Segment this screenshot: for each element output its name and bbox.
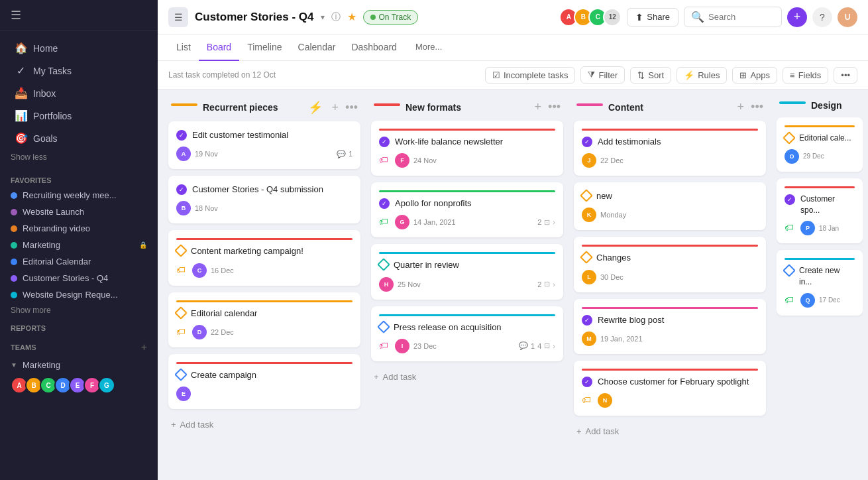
- card-rewrite-blog[interactable]: Rewrite blog post M 19 Jan, 2021: [574, 299, 766, 354]
- status-badge[interactable]: On Track: [363, 10, 419, 25]
- card-add-testimonials[interactable]: Add testimonials J 22 Dec: [574, 121, 766, 176]
- sidebar-item-inbox[interactable]: 📥 Inbox: [4, 82, 154, 104]
- sidebar-label-mytasks: My Tasks: [33, 66, 72, 76]
- card-quarter-review[interactable]: Quarter in review H 25 Nov 2 ⊡ ›: [371, 244, 563, 299]
- hamburger-icon[interactable]: ☰: [11, 8, 21, 23]
- subtask-count: 2: [537, 218, 541, 226]
- card-edit-testimonial[interactable]: Edit customer testimonial A 19 Nov 💬 1: [168, 121, 360, 169]
- task-check-diamond[interactable]: [783, 264, 796, 277]
- card-apollo[interactable]: Apollo for nonprofits 🏷 G 14 Jan, 2021 2…: [371, 182, 563, 237]
- more-tabs-button[interactable]: More...: [407, 34, 450, 61]
- show-less-link[interactable]: Show less: [0, 150, 158, 164]
- add-team-button[interactable]: +: [141, 341, 147, 353]
- add-card-new-formats[interactable]: + Add task: [371, 368, 563, 386]
- sidebar-item-recruiting[interactable]: Recruiting weekly mee...: [0, 187, 158, 204]
- column-plus-button[interactable]: +: [735, 100, 747, 114]
- task-check-diamond[interactable]: [783, 131, 796, 145]
- sidebar-item-marketing[interactable]: Marketing 🔒: [0, 237, 158, 253]
- tag-icon: 🏷: [379, 216, 391, 228]
- sidebar-item-rebranding[interactable]: Rebranding video: [0, 220, 158, 237]
- filter-button[interactable]: ⧩ Filter: [580, 66, 625, 84]
- task-check-diamond[interactable]: [174, 306, 188, 320]
- card-customer-spo[interactable]: Customer spo... 🏷 P 18 Jan: [777, 178, 863, 244]
- card-create-new-in[interactable]: Create new in... 🏷 Q 17 Dec: [777, 250, 863, 316]
- more-options-button[interactable]: •••: [834, 67, 857, 84]
- rules-button[interactable]: ⚡ Rules: [677, 67, 727, 84]
- column-more-button[interactable]: •••: [548, 100, 561, 114]
- task-check-done[interactable]: [785, 194, 795, 205]
- task-check-done[interactable]: [379, 137, 390, 147]
- tab-calendar[interactable]: Calendar: [290, 34, 344, 61]
- sidebar-item-editorial[interactable]: Editorial Calendar: [0, 253, 158, 270]
- column-more-button[interactable]: •••: [345, 101, 358, 115]
- avatar-count: 12: [603, 8, 622, 27]
- add-card-content[interactable]: + Add task: [574, 422, 766, 440]
- sidebar-item-website-launch[interactable]: Website Launch: [0, 204, 158, 220]
- task-check-done[interactable]: [582, 377, 592, 387]
- tag-icon: 🏷: [379, 154, 391, 166]
- sidebar-item-website-design[interactable]: Website Design Reque...: [0, 286, 158, 303]
- sidebar-item-home[interactable]: 🏠 Home: [4, 37, 154, 59]
- tag-icon: 🏷: [785, 294, 796, 306]
- card-content-campaign[interactable]: Content marketing campaign! 🏷 C 16 Dec: [168, 230, 360, 285]
- star-icon[interactable]: ★: [347, 11, 356, 23]
- tab-list[interactable]: List: [168, 34, 199, 61]
- add-card-recurrent[interactable]: + Add task: [168, 416, 360, 434]
- card-q4-submission[interactable]: Customer Stories - Q4 submission B 18 No…: [168, 176, 360, 223]
- task-check-diamond[interactable]: [377, 320, 390, 333]
- card-worklife-newsletter[interactable]: Work-life balance newsletter 🏷 F 24 Nov: [371, 121, 563, 176]
- task-check-diamond[interactable]: [377, 258, 390, 271]
- card-editorial-calendar[interactable]: Editorial calendar 🏷 D 22 Dec: [168, 292, 360, 347]
- search-input[interactable]: [708, 12, 775, 22]
- card-press-release[interactable]: Press release on acquisition 🏷 I 23 Dec …: [371, 306, 563, 361]
- show-more-link[interactable]: Show more: [0, 303, 158, 318]
- task-check-done[interactable]: [582, 137, 592, 147]
- sidebar-item-mytasks[interactable]: ✓ My Tasks: [4, 60, 154, 82]
- task-check-done[interactable]: [176, 130, 187, 141]
- column-plus-button[interactable]: +: [329, 101, 342, 115]
- card-avatar: K: [582, 208, 596, 222]
- sidebar: ☰ 🏠 Home ✓ My Tasks 📥 Inbox 📊 Portfolios…: [0, 0, 158, 480]
- tab-board[interactable]: Board: [199, 34, 239, 61]
- sidebar-item-goals[interactable]: 🎯 Goals: [4, 127, 154, 149]
- favorites-label-customer: Customer Stories - Q4: [23, 273, 108, 283]
- card-stripe: [785, 258, 855, 260]
- incomplete-tasks-button[interactable]: ☑ Incomplete tasks: [485, 67, 576, 84]
- card-choose-customer[interactable]: Choose customer for February spotlight 🏷…: [574, 361, 766, 416]
- fields-button[interactable]: ≡ Fields: [783, 67, 828, 84]
- column-actions: + •••: [735, 100, 763, 114]
- sidebar-item-customer-stories[interactable]: Customer Stories - Q4: [0, 270, 158, 286]
- sidebar-item-portfolios[interactable]: 📊 Portfolios: [4, 105, 154, 127]
- tab-timeline[interactable]: Timeline: [239, 34, 290, 61]
- column-plus-button[interactable]: +: [532, 100, 545, 114]
- column-more-button[interactable]: •••: [751, 100, 763, 114]
- card-stripe: [176, 362, 353, 364]
- card-editorial-cale[interactable]: Editorial cale... O 29 Dec: [777, 117, 863, 172]
- task-check-done[interactable]: [379, 198, 390, 209]
- task-check-diamond[interactable]: [580, 251, 593, 264]
- apps-button[interactable]: ⊞ Apps: [732, 67, 777, 84]
- info-icon[interactable]: ⓘ: [331, 11, 341, 23]
- help-button[interactable]: ?: [812, 7, 832, 27]
- column-add-button[interactable]: ⚡: [305, 100, 325, 115]
- tab-dashboard[interactable]: Dashboard: [343, 34, 405, 61]
- card-new[interactable]: new K Monday: [574, 182, 766, 230]
- task-check-diamond[interactable]: [174, 244, 188, 257]
- add-button[interactable]: +: [787, 7, 807, 27]
- task-check-diamond[interactable]: [580, 189, 593, 202]
- task-check-done[interactable]: [176, 184, 187, 195]
- card-create-campaign[interactable]: Create campaign E: [168, 354, 360, 409]
- task-check-done[interactable]: [582, 315, 592, 326]
- card-date: 29 Dec: [803, 152, 824, 160]
- sort-button[interactable]: ⇅ Sort: [630, 67, 671, 84]
- card-date: 22 Dec: [600, 156, 624, 164]
- share-button[interactable]: ⬆ Share: [627, 8, 678, 27]
- chevron-down-icon[interactable]: ▾: [321, 13, 325, 22]
- card-date: Monday: [600, 211, 626, 219]
- card-changes[interactable]: Changes L 30 Dec: [574, 237, 766, 292]
- task-check-diamond[interactable]: [174, 368, 188, 381]
- search-box[interactable]: 🔍: [684, 7, 782, 27]
- team-marketing[interactable]: ▼ Marketing: [0, 356, 158, 374]
- main-content: ☰ Customer Stories - Q4 ▾ ⓘ ★ On Track A…: [158, 0, 868, 480]
- card-stripe: [379, 252, 555, 254]
